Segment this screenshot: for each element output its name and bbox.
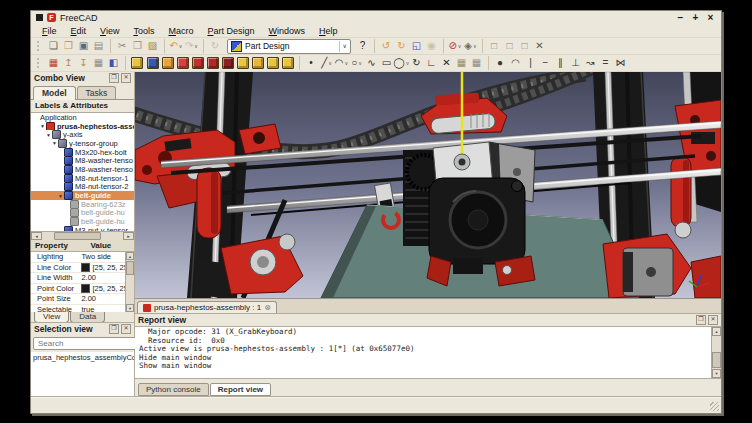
scroll-up-icon[interactable]: ▲ bbox=[712, 327, 721, 336]
fan-mount-right[interactable] bbox=[495, 256, 535, 286]
chevron-down-icon[interactable]: ∨ bbox=[358, 60, 362, 66]
close-tab-icon[interactable]: ⊗ bbox=[264, 304, 271, 312]
scrollbar-thumb[interactable] bbox=[54, 232, 101, 240]
tree-item[interactable]: Application bbox=[31, 113, 134, 122]
constrain-equal[interactable]: = bbox=[598, 56, 613, 70]
Line Width[interactable]: Line Width 2.00 bbox=[31, 273, 134, 284]
tree-item[interactable]: M8-nut-tensor-1 bbox=[31, 174, 134, 183]
tree-item[interactable]: belt-guide-hu bbox=[31, 217, 134, 226]
tree-item[interactable]: M8-nut-tensor-2 bbox=[31, 183, 134, 192]
scroll-down-icon[interactable]: ▼ bbox=[712, 369, 721, 378]
tree-item[interactable]: ▼ prusa-hephestos-assembly bbox=[31, 122, 134, 131]
save-document[interactable]: ▣ bbox=[76, 39, 91, 53]
axonometric-view[interactable]: ◈∨ bbox=[463, 39, 478, 53]
Point Size[interactable]: Point Size 2.00 bbox=[31, 294, 134, 305]
fillet[interactable] bbox=[235, 56, 250, 70]
whats-this[interactable]: ? bbox=[355, 39, 370, 53]
float-panel-icon[interactable]: ❐ bbox=[696, 315, 706, 325]
property-vertical-scrollbar[interactable]: ▲ ▼ bbox=[125, 252, 134, 312]
menu-item[interactable]: File bbox=[35, 26, 64, 36]
scroll-right-icon[interactable]: ▸ bbox=[123, 232, 134, 240]
color-swatch[interactable] bbox=[81, 284, 90, 293]
redo[interactable]: ↷∨ bbox=[184, 39, 199, 53]
titlebar[interactable]: F FreeCAD − + × bbox=[31, 11, 721, 24]
chevron-down-icon[interactable]: ∨ bbox=[328, 60, 332, 66]
search-input[interactable] bbox=[36, 338, 150, 349]
create-ellipse[interactable]: ◯∨ bbox=[394, 56, 409, 70]
Point Color[interactable]: Point Color [25, 25, 25] bbox=[31, 284, 134, 295]
hole[interactable] bbox=[205, 56, 220, 70]
fit-selection[interactable]: ◉ bbox=[424, 39, 439, 53]
expander-icon[interactable]: ▼ bbox=[39, 123, 46, 129]
pad[interactable] bbox=[125, 56, 145, 70]
create-arc[interactable]: ◠∨ bbox=[334, 56, 349, 70]
rotate-right[interactable]: ↻ bbox=[394, 39, 409, 53]
tree-item[interactable]: M8-washer-tenso bbox=[31, 165, 134, 174]
Selectable[interactable]: Selectable true bbox=[31, 305, 134, 313]
chevron-down-icon[interactable]: ∨ bbox=[458, 43, 462, 49]
constrain-coincident[interactable]: ● bbox=[488, 56, 508, 70]
chevron-down-icon[interactable]: ∨ bbox=[179, 43, 183, 49]
constrain-parallel[interactable]: ∥ bbox=[553, 56, 568, 70]
report-vertical-scrollbar[interactable]: ▲ ▼ bbox=[711, 327, 721, 378]
constrain-symmetric[interactable]: ⋈ bbox=[613, 56, 628, 70]
menu-item[interactable]: Tools bbox=[126, 26, 161, 36]
draft[interactable] bbox=[265, 56, 280, 70]
undo[interactable]: ↶∨ bbox=[164, 39, 184, 53]
create-circle[interactable]: ○∨ bbox=[349, 56, 364, 70]
constrain-perpendicular[interactable]: ⊥ bbox=[568, 56, 583, 70]
workbench-selector[interactable]: Part Design ∨ bbox=[227, 39, 351, 54]
thickness[interactable] bbox=[280, 56, 295, 70]
chevron-down-icon[interactable]: ∨ bbox=[194, 43, 198, 49]
map-sketch[interactable]: ▦ bbox=[91, 56, 106, 70]
float-panel-icon[interactable]: ❐ bbox=[109, 324, 119, 334]
menu-item[interactable]: Edit bbox=[64, 26, 94, 36]
menu-item[interactable]: Windows bbox=[261, 26, 312, 36]
chevron-down-icon[interactable]: ∨ bbox=[345, 60, 349, 66]
tree-item[interactable]: Bearing-623z bbox=[31, 200, 134, 209]
constrain-horizontal[interactable]: − bbox=[538, 56, 553, 70]
rotate-left[interactable]: ↺ bbox=[374, 39, 394, 53]
refresh[interactable]: ↻ bbox=[203, 39, 223, 53]
box-element-selection[interactable]: □ bbox=[482, 39, 502, 53]
tree-item[interactable]: ▼ y-tensor-group bbox=[31, 139, 134, 148]
document-tab[interactable]: prusa-hephestos-assembly : 1 ⊗ bbox=[137, 301, 277, 313]
close-panel-icon[interactable]: ✕ bbox=[121, 324, 131, 334]
carbon-copy[interactable]: ▦ bbox=[454, 56, 469, 70]
menu-item[interactable]: Part Design bbox=[200, 26, 261, 36]
box-center-selection[interactable]: □ bbox=[517, 39, 532, 53]
reorient-sketch[interactable]: ◧ bbox=[106, 56, 121, 70]
close-panel-icon[interactable]: ✕ bbox=[121, 73, 131, 83]
edit-sketch[interactable]: ▦ bbox=[46, 56, 61, 70]
constrain-vertical[interactable]: | bbox=[523, 56, 538, 70]
toolbar-handle[interactable] bbox=[37, 41, 43, 51]
window-menu-icon[interactable] bbox=[36, 14, 43, 21]
create-rectangle[interactable]: ▭ bbox=[379, 56, 394, 70]
output-tab[interactable]: Report view bbox=[210, 383, 271, 396]
new-document[interactable]: ❏ bbox=[46, 39, 61, 53]
bracket-left-column[interactable] bbox=[239, 124, 281, 154]
resize-grip[interactable] bbox=[710, 402, 719, 411]
additive-loft[interactable] bbox=[175, 56, 190, 70]
tensioner-right[interactable] bbox=[671, 156, 691, 228]
close-panel-icon[interactable]: ✕ bbox=[708, 315, 718, 325]
additive-pipe[interactable] bbox=[160, 56, 175, 70]
external-geometry[interactable]: ∟ bbox=[424, 56, 439, 70]
tree-horizontal-scrollbar[interactable]: ◂ ▸ bbox=[31, 231, 134, 240]
chevron-down-icon[interactable]: ∨ bbox=[339, 41, 347, 52]
scrollbar-thumb[interactable] bbox=[712, 352, 721, 368]
box-selection[interactable]: □ bbox=[502, 39, 517, 53]
expander-icon[interactable]: ▼ bbox=[51, 140, 58, 146]
chevron-down-icon[interactable]: ∨ bbox=[473, 43, 477, 49]
combo-tab[interactable]: Model bbox=[33, 86, 76, 100]
menu-item[interactable]: Macro bbox=[161, 26, 200, 36]
tree-item[interactable]: ▼ y-axis bbox=[31, 130, 134, 139]
scrollbar-thumb[interactable] bbox=[126, 261, 134, 275]
pocket[interactable] bbox=[190, 56, 205, 70]
create-polyline[interactable]: ∿ bbox=[364, 56, 379, 70]
expander-icon[interactable]: ▼ bbox=[57, 193, 64, 199]
selection-item[interactable]: prusa_hephestos_assemblyCompound0 bbox=[33, 353, 132, 362]
scroll-up-icon[interactable]: ▲ bbox=[126, 252, 134, 260]
copy[interactable]: ❐ bbox=[130, 39, 145, 53]
tree-item[interactable]: M8-washer-tenso bbox=[31, 156, 134, 165]
